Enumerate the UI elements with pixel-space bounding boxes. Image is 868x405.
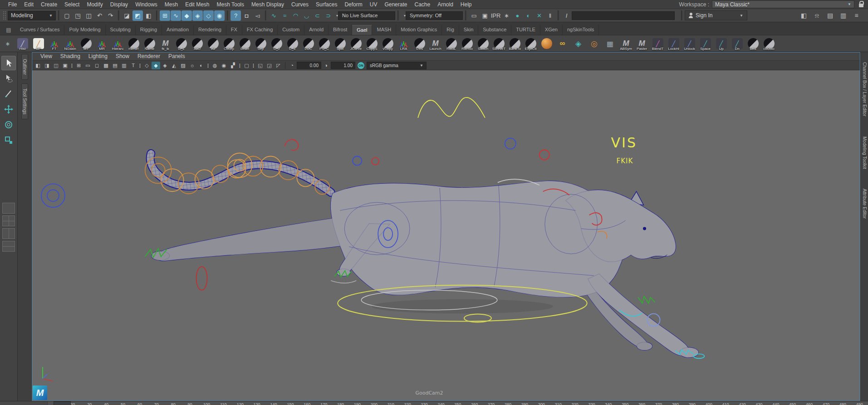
shelf-item[interactable]: All (205, 36, 221, 51)
divider[interactable] (465, 10, 466, 20)
shelf-item[interactable]: LOC (300, 36, 316, 51)
frame-tick-label[interactable]: 430 (750, 402, 767, 405)
shelf-item[interactable]: G_L (173, 36, 189, 51)
shelf-tab[interactable]: Animation (162, 25, 194, 35)
shelf-item[interactable] (602, 36, 618, 51)
shelf-tab[interactable]: Custom (278, 25, 304, 35)
frame-tick-label[interactable]: 450 (784, 402, 801, 405)
frame-tick-label[interactable]: 200 (366, 402, 383, 405)
frame-tick-label[interactable]: 250 (449, 402, 466, 405)
shelf-item[interactable]: fk_ik (157, 36, 173, 51)
deformer-history-icon[interactable]: ◡ (301, 10, 312, 21)
frame-tick-label[interactable]: 300 (533, 402, 550, 405)
vis-annotation-text[interactable]: VIS (611, 135, 637, 151)
anti-aliasing-icon[interactable]: ▞ (229, 62, 237, 69)
sign-in-button[interactable]: Sign In ▼ (685, 10, 747, 20)
rebuild-history-icon[interactable]: ⊂ (312, 10, 323, 21)
panel-menu-item[interactable]: Show (112, 53, 133, 59)
shelf-item[interactable] (554, 36, 570, 51)
exposure-field[interactable]: 0.00 (297, 62, 321, 69)
lasso-tool-button[interactable] (1, 71, 16, 86)
panel-menu-item[interactable]: View (36, 53, 56, 59)
workspace-lock-icon[interactable] (859, 4, 863, 7)
divider[interactable]: | (253, 62, 254, 69)
shelf-item[interactable]: Name (142, 36, 157, 51)
shelf-item[interactable]: vCopy (380, 36, 396, 51)
frame-tick-label[interactable]: 420 (734, 402, 751, 405)
layer-editor-toggle-icon[interactable]: ▥ (838, 10, 848, 21)
shelf-item[interactable]: Launch (427, 36, 443, 51)
shelf-tab[interactable]: Rendering (194, 25, 226, 35)
shelf-item[interactable]: C_J (269, 36, 284, 51)
highlight-selection-icon[interactable]: ◅ (252, 10, 263, 21)
bookmark-icon[interactable]: ◫ (52, 62, 60, 69)
shelf-tab[interactable]: Rigging (136, 25, 162, 35)
shelf-tab[interactable]: XGen (540, 25, 563, 35)
snap-to-curve-icon[interactable]: ∿ (171, 10, 181, 21)
time-slider[interactable]: 1020304050607080901001101201301401501601… (0, 401, 868, 405)
frame-tick-label[interactable]: 230 (416, 402, 433, 405)
rotate-tool-button[interactable] (1, 117, 16, 132)
menu-item[interactable]: Select (61, 1, 83, 8)
character-controls-toggle-icon[interactable]: ⍾ (812, 10, 822, 21)
gate-mask-icon[interactable]: ▩ (102, 62, 110, 69)
lighting-icon[interactable]: ☼ (188, 62, 196, 69)
menu-item[interactable]: Windows (132, 1, 161, 8)
select-component-icon[interactable]: ◧ (143, 10, 154, 21)
select-hierarchy-icon[interactable]: ◪ (122, 10, 132, 21)
shelf-tab[interactable]: Motion Graphics (396, 25, 442, 35)
curve-history-icon[interactable]: ≈ (280, 10, 290, 21)
isolate-select-icon[interactable]: ▢ (242, 62, 251, 69)
default-material-icon[interactable]: ▨ (179, 62, 187, 69)
two-pane-layout-button[interactable] (2, 228, 15, 239)
grip-handle[interactable] (3, 11, 6, 20)
tool-settings-tab[interactable]: Tool Settings (21, 83, 28, 119)
attribute-editor-toggle-icon[interactable]: ≡ (851, 10, 862, 21)
shelf-item[interactable]: MT (78, 36, 94, 51)
shelf-item[interactable]: ctlColo (761, 36, 777, 51)
frame-tick-label[interactable]: 170 (315, 402, 332, 405)
menu-item[interactable]: Generate (381, 1, 411, 8)
field-chart-icon[interactable]: ▤ (111, 62, 119, 69)
frame-tick-label[interactable]: 240 (432, 402, 449, 405)
shelf-tab[interactable]: Rig (442, 25, 459, 35)
menu-item[interactable]: Edit (20, 1, 37, 8)
shelf-tab[interactable]: MASH (372, 25, 396, 35)
fkik-annotation-text[interactable]: FKIK (617, 157, 633, 165)
gamma-field[interactable]: 1.00 (331, 62, 355, 69)
divider[interactable] (118, 10, 119, 20)
divider[interactable]: | (240, 62, 240, 69)
shelf-item[interactable]: Rib3L (443, 36, 459, 51)
frame-tick-label[interactable]: 140 (265, 402, 282, 405)
workspace-selector[interactable]: Maya Classic* ▼ (712, 0, 854, 8)
menu-item[interactable]: Surfaces (312, 1, 341, 8)
shelf-tab[interactable]: Sculpting (106, 25, 136, 35)
grid-toggle-icon[interactable]: ⊞ (74, 62, 83, 69)
frame-tick-label[interactable]: 370 (650, 402, 667, 405)
shelf-item[interactable]: NGskin (62, 36, 78, 51)
wireframe-on-shaded-icon[interactable]: ◭ (170, 62, 178, 69)
channel-box-toggle-icon[interactable]: ▤ (825, 10, 835, 21)
panel-menu-item[interactable]: Shading (56, 53, 84, 59)
shelf-item[interactable]: SleeveT (491, 36, 507, 51)
shelf-item[interactable]: CopyS (364, 36, 380, 51)
shelf-item[interactable]: LRA (396, 36, 412, 51)
quick-input-field[interactable] (572, 11, 675, 20)
pick-matching-icon[interactable]: ◸ (274, 62, 283, 69)
frame-tick-label[interactable]: 340 (600, 402, 617, 405)
shelf-item[interactable] (539, 36, 554, 51)
menu-item[interactable]: Deform (341, 1, 366, 8)
shelf-item[interactable]: Split (332, 36, 348, 51)
pause-viewport-icon[interactable]: ‖ (545, 10, 555, 21)
construction-history-icon[interactable]: ∿ (269, 10, 279, 21)
divider[interactable] (227, 10, 228, 20)
current-frame-indicator[interactable] (54, 401, 71, 405)
frame-tick-label[interactable]: 320 (567, 402, 584, 405)
shelf-item[interactable]: ABSym (618, 36, 634, 51)
selection-help-icon[interactable]: ? (230, 10, 241, 21)
viewport-3d-scene[interactable]: VIS FKIK GoodCam2 M (32, 70, 860, 401)
menu-item[interactable]: Create (37, 1, 61, 8)
paint-select-tool-button[interactable] (1, 87, 16, 101)
snap-to-grid-icon[interactable]: ⊞ (160, 10, 170, 21)
outliner-tab[interactable]: Outliner (21, 54, 28, 80)
